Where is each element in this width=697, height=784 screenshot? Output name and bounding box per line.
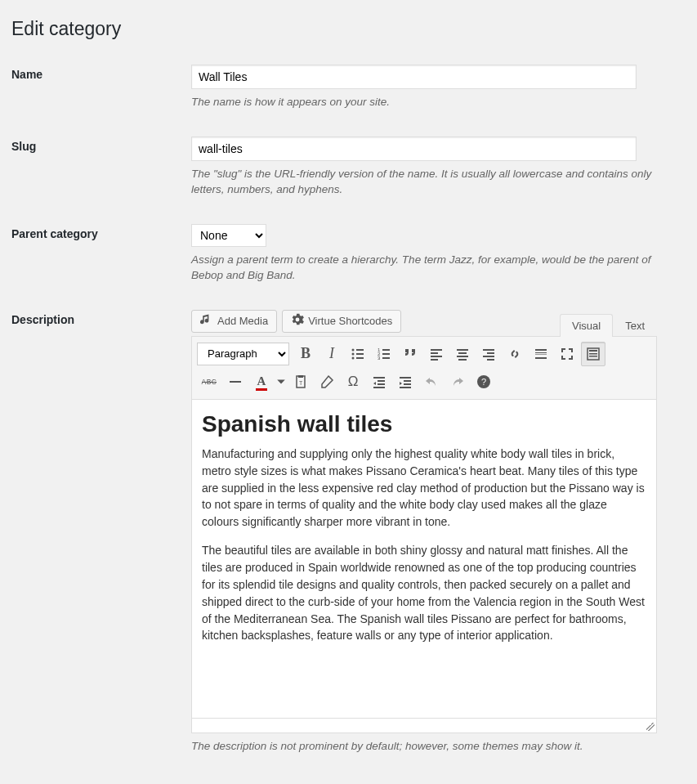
svg-rect-18 (457, 356, 468, 357)
shortcodes-label: Virtue Shortcodes (308, 315, 392, 327)
align-center-button[interactable] (450, 342, 475, 366)
editor-content-area[interactable]: Spanish wall tiles Manufacturing and sup… (191, 400, 657, 719)
bulleted-list-button[interactable] (346, 342, 370, 366)
fullscreen-button[interactable] (555, 342, 579, 366)
editor-toolbar: Paragraph B I 123 ABC (191, 336, 657, 400)
field-row-name: Name The name is how it appears on your … (11, 65, 681, 110)
align-left-icon (428, 346, 445, 362)
field-row-slug: Slug The "slug" is the URL-friendly vers… (11, 137, 681, 198)
parent-help-text: Assign a parent term to create a hierarc… (191, 252, 661, 284)
help-button[interactable]: ? (471, 370, 496, 394)
read-more-icon (533, 346, 549, 362)
svg-rect-14 (431, 356, 442, 357)
svg-rect-20 (483, 349, 494, 351)
align-left-button[interactable] (424, 342, 449, 366)
virtue-shortcodes-button[interactable]: Virtue Shortcodes (282, 310, 401, 333)
field-row-description: Description Add Media Virtue Shortco (11, 310, 681, 755)
link-icon (507, 346, 523, 362)
field-row-parent: Parent category None Assign a parent ter… (11, 224, 681, 284)
svg-rect-3 (356, 353, 364, 355)
italic-icon: I (329, 345, 334, 362)
svg-rect-22 (483, 356, 494, 357)
description-help-text: The description is not prominent by defa… (191, 738, 657, 755)
indent-icon (397, 374, 413, 390)
svg-rect-40 (404, 380, 411, 382)
svg-rect-7 (382, 349, 390, 351)
parent-label: Parent category (11, 224, 191, 240)
toolbar-toggle-icon (585, 346, 601, 362)
parent-select[interactable]: None (191, 224, 266, 247)
text-color-icon: A (257, 374, 266, 388)
undo-icon (423, 374, 440, 390)
tab-visual[interactable]: Visual (560, 314, 613, 337)
wysiwyg-editor: Add Media Virtue Shortcodes Visual Text (191, 310, 657, 755)
numbered-list-button[interactable]: 123 (372, 342, 396, 366)
align-right-icon (480, 346, 497, 362)
svg-rect-24 (535, 349, 547, 351)
horizontal-rule-button[interactable] (223, 370, 248, 394)
toolbar-toggle-button[interactable] (581, 342, 605, 366)
svg-text:T: T (299, 380, 303, 386)
bold-icon: B (301, 345, 311, 362)
blockquote-icon (402, 346, 418, 362)
editor-resize-handle[interactable] (191, 719, 657, 733)
svg-rect-1 (356, 349, 364, 351)
link-button[interactable] (503, 342, 527, 366)
outdent-button[interactable] (367, 370, 391, 394)
content-paragraph-2: The beautiful tiles are available in bot… (202, 542, 646, 644)
clipboard-icon: T (293, 374, 309, 390)
svg-text:?: ? (481, 377, 486, 387)
svg-rect-25 (535, 352, 547, 353)
strikethrough-icon: ABC (202, 378, 217, 386)
svg-point-0 (352, 348, 355, 351)
undo-button[interactable] (419, 370, 444, 394)
add-media-button[interactable]: Add Media (191, 310, 277, 333)
text-color-chevron[interactable] (275, 370, 287, 394)
name-input[interactable] (191, 65, 637, 89)
svg-rect-15 (431, 359, 438, 361)
gear-icon (291, 313, 304, 329)
svg-rect-27 (535, 357, 547, 359)
redo-icon (449, 374, 466, 390)
read-more-button[interactable] (529, 342, 553, 366)
chevron-down-icon (276, 374, 286, 390)
svg-rect-23 (487, 359, 494, 361)
svg-rect-26 (535, 354, 547, 355)
svg-rect-17 (458, 352, 467, 354)
help-icon: ? (476, 374, 492, 390)
svg-rect-41 (404, 383, 411, 385)
svg-point-4 (352, 356, 355, 359)
numbered-list-icon: 123 (376, 346, 392, 362)
outdent-icon (371, 374, 387, 390)
tab-text[interactable]: Text (613, 314, 657, 337)
music-note-icon (200, 313, 213, 329)
page-title: Edit category (11, 18, 681, 40)
add-media-label: Add Media (217, 315, 268, 327)
redo-button[interactable] (445, 370, 470, 394)
bulleted-list-icon (350, 346, 366, 362)
paragraph-format-select[interactable]: Paragraph (197, 343, 289, 365)
content-heading: Spanish wall tiles (202, 411, 646, 437)
italic-button[interactable]: I (319, 342, 344, 366)
slug-label: Slug (11, 137, 191, 153)
bold-button[interactable]: B (293, 342, 318, 366)
fullscreen-icon (559, 346, 575, 362)
indent-button[interactable] (393, 370, 418, 394)
blockquote-button[interactable] (398, 342, 422, 366)
omega-icon: Ω (348, 374, 359, 390)
align-right-button[interactable] (476, 342, 501, 366)
svg-rect-42 (400, 387, 411, 388)
strikethrough-button[interactable]: ABC (197, 370, 221, 394)
special-character-button[interactable]: Ω (341, 370, 365, 394)
eraser-icon (319, 374, 335, 390)
description-label: Description (11, 310, 191, 326)
text-color-button[interactable]: A (249, 370, 274, 394)
align-center-icon (454, 346, 471, 362)
slug-input[interactable] (191, 137, 637, 161)
svg-rect-35 (373, 377, 385, 379)
clear-formatting-button[interactable] (315, 370, 339, 394)
paste-text-button[interactable]: T (288, 370, 313, 394)
svg-rect-37 (378, 383, 385, 385)
svg-rect-9 (382, 353, 390, 355)
svg-rect-38 (373, 387, 385, 388)
